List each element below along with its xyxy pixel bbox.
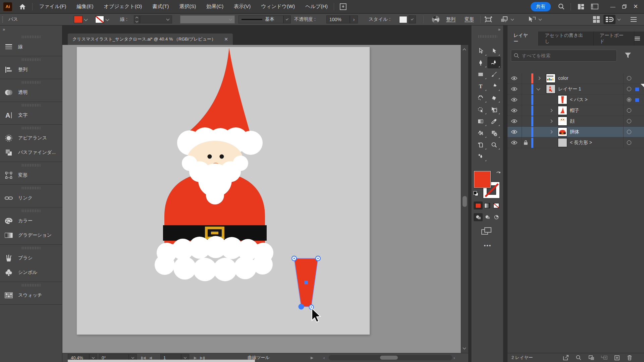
- panel-grip[interactable]: [22, 58, 41, 61]
- isolate-dropdown-icon[interactable]: [511, 17, 514, 21]
- type-tool[interactable]: T: [474, 80, 487, 92]
- target-circle[interactable]: [627, 140, 631, 145]
- pin-tool[interactable]: [487, 80, 501, 92]
- menu-file[interactable]: ファイル(F): [39, 3, 67, 10]
- panel-button-stroke[interactable]: 線: [0, 40, 62, 54]
- last-artboard-button[interactable]: ▶▮: [200, 356, 205, 360]
- draw-inside-button[interactable]: [492, 213, 501, 221]
- tab-close-icon[interactable]: ✕: [223, 37, 229, 42]
- vertical-scroll-thumb[interactable]: [463, 196, 467, 207]
- panel-button-appearance[interactable]: アピアランス: [0, 131, 62, 145]
- layer-thumbnail[interactable]: [558, 117, 567, 126]
- menu-effect[interactable]: 効果(C): [206, 3, 224, 10]
- tools-grip[interactable]: [478, 35, 497, 38]
- shape-builder-tool[interactable]: [487, 127, 501, 139]
- target-circle[interactable]: [627, 119, 631, 123]
- panel-button-character[interactable]: A 文字: [0, 108, 62, 122]
- layer-thumbnail[interactable]: [558, 127, 567, 136]
- tab-asset-export[interactable]: アセットの書き出し: [539, 32, 594, 46]
- visibility-eye-icon[interactable]: [511, 140, 518, 145]
- panel-button-pathfinder[interactable]: パスファインダ...: [0, 145, 62, 160]
- visibility-eye-icon[interactable]: [511, 97, 518, 102]
- window-restore-button[interactable]: [619, 4, 630, 9]
- panel-button-symbols[interactable]: シンボル: [0, 265, 62, 280]
- hscroll-right-arrow[interactable]: ›: [453, 354, 455, 361]
- panel-grip[interactable]: [22, 36, 41, 38]
- panel-menu-icon[interactable]: [634, 32, 644, 46]
- application-frame-icon[interactable]: [591, 4, 598, 9]
- menu-window[interactable]: ウィンドウ(W): [260, 3, 296, 10]
- color-fill-button[interactable]: [474, 201, 483, 209]
- menu-view[interactable]: 表示(V): [233, 3, 251, 10]
- panel-button-align[interactable]: 整列: [0, 62, 62, 77]
- graphic-style-swatch[interactable]: [399, 16, 407, 23]
- curvature-tool[interactable]: [487, 57, 501, 68]
- panel-button-transparency[interactable]: 透明: [0, 85, 62, 100]
- expand-chevron-icon[interactable]: [549, 120, 553, 123]
- window-minimize-button[interactable]: —: [607, 4, 619, 9]
- first-artboard-button[interactable]: ▮◀: [141, 356, 146, 360]
- app-icon[interactable]: Ai: [3, 2, 12, 11]
- menu-edit[interactable]: 編集(E): [76, 3, 94, 10]
- target-circle[interactable]: [627, 108, 631, 113]
- filter-icon[interactable]: [624, 52, 632, 59]
- panel-grip[interactable]: [22, 127, 41, 129]
- visibility-eye-icon[interactable]: [511, 108, 518, 113]
- panel-grip[interactable]: [22, 247, 41, 249]
- brush-definition-chevron[interactable]: [283, 15, 291, 23]
- panel-grip[interactable]: [22, 81, 41, 84]
- eyedropper-tool[interactable]: [487, 115, 501, 127]
- visibility-eye-icon[interactable]: [511, 76, 518, 81]
- controlbar-menu-icon[interactable]: [630, 14, 637, 25]
- vertical-scrollbar[interactable]: [461, 45, 468, 353]
- recolor-artwork-icon[interactable]: [431, 14, 440, 25]
- layer-thumbnail[interactable]: [546, 74, 555, 83]
- layers-search-input[interactable]: [522, 53, 606, 58]
- target-circle[interactable]: [627, 76, 631, 80]
- previous-artboard-button[interactable]: ◀: [149, 356, 152, 360]
- stroke-weight-input[interactable]: [140, 15, 172, 23]
- layer-name[interactable]: 胴体: [570, 129, 579, 135]
- default-fill-stroke-icon[interactable]: [473, 191, 479, 196]
- expand-chevron-icon[interactable]: [537, 77, 541, 80]
- blend-tool[interactable]: [474, 127, 487, 139]
- horizontal-scroll-thumb[interactable]: [380, 356, 398, 360]
- menu-type[interactable]: 書式(T): [152, 3, 169, 10]
- direct-selection-tool[interactable]: [487, 45, 501, 57]
- fill-color-dropdown-icon[interactable]: [84, 17, 88, 21]
- tools-collapse-button[interactable]: »: [472, 25, 503, 32]
- hscroll-left-arrow[interactable]: ‹: [323, 354, 325, 361]
- layer-name[interactable]: < パス >: [570, 97, 588, 103]
- make-clipping-mask-icon[interactable]: [588, 355, 595, 361]
- expand-chevron-icon[interactable]: [549, 109, 553, 112]
- draw-behind-button[interactable]: [483, 213, 492, 221]
- workspace-dropdown-icon[interactable]: [618, 17, 621, 21]
- select-similar-dropdown-icon[interactable]: [539, 17, 542, 21]
- zoom-tool[interactable]: [487, 139, 501, 150]
- edit-toolbar-ellipsis[interactable]: •••: [472, 243, 503, 249]
- layers-search-box[interactable]: [511, 50, 617, 62]
- selection-indicator[interactable]: [635, 98, 639, 102]
- home-icon[interactable]: [17, 4, 28, 10]
- gradient-tool[interactable]: [474, 115, 487, 127]
- target-circle[interactable]: [627, 87, 631, 91]
- document-arrange-icon[interactable]: [592, 14, 600, 25]
- tab-layers[interactable]: レイヤー: [507, 32, 539, 46]
- menu-object[interactable]: オブジェクト(O): [103, 3, 143, 10]
- layer-thumbnail[interactable]: [546, 84, 555, 94]
- layer-thumbnail[interactable]: [558, 106, 567, 115]
- search-icon[interactable]: [558, 3, 565, 10]
- panel-button-brushes[interactable]: ブラシ: [0, 251, 62, 265]
- visibility-eye-icon[interactable]: [511, 119, 518, 124]
- scroll-down-arrow[interactable]: [463, 344, 466, 350]
- document-tab[interactable]: クリスマスイラスト_サンタクロース.ai* @ 40.4 % （RGB/プレビュ…: [68, 34, 233, 45]
- panel-button-color[interactable]: カラー: [0, 214, 62, 228]
- rotate-tool[interactable]: [474, 92, 487, 104]
- canvas[interactable]: [62, 45, 461, 353]
- selection-tool[interactable]: [474, 45, 487, 57]
- scroll-up-arrow[interactable]: [463, 47, 466, 53]
- fill-indicator[interactable]: [474, 171, 491, 188]
- new-sublayer-icon[interactable]: [601, 355, 607, 361]
- layer-thumbnail[interactable]: [558, 138, 567, 147]
- add-anchor-point-tool[interactable]: [474, 150, 487, 162]
